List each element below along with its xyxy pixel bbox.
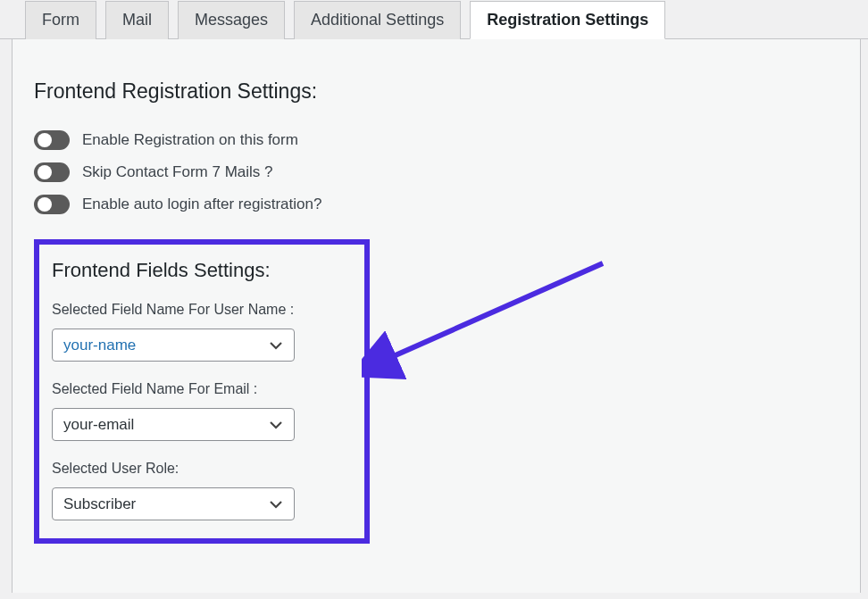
toggle-knob-icon (38, 133, 52, 147)
field-role-group: Selected User Role: Subscriber (52, 461, 352, 520)
toggle-skip-mails-row: Skip Contact Form 7 Mails ? (34, 162, 839, 182)
select-username-wrap: your-name (52, 329, 295, 362)
select-email-wrap: your-email (52, 408, 295, 441)
toggle-skip-mails[interactable] (34, 162, 70, 182)
tab-form[interactable]: Form (25, 1, 96, 39)
select-username[interactable]: your-name (52, 329, 295, 362)
tabs-bar: Form Mail Messages Additional Settings R… (0, 0, 868, 39)
field-email-group: Selected Field Name For Email : your-ema… (52, 381, 352, 441)
toggle-enable-registration-label: Enable Registration on this form (82, 131, 298, 149)
field-username-group: Selected Field Name For User Name : your… (52, 302, 352, 362)
registration-settings-title: Frontend Registration Settings: (34, 79, 839, 104)
fields-settings-title: Frontend Fields Settings: (52, 259, 352, 282)
select-role[interactable]: Subscriber (52, 487, 295, 520)
toggle-skip-mails-label: Skip Contact Form 7 Mails ? (82, 163, 273, 181)
toggle-knob-icon (38, 165, 52, 179)
toggle-auto-login-row: Enable auto login after registration? (34, 195, 839, 214)
content-panel: Frontend Registration Settings: Enable R… (12, 39, 861, 593)
toggle-enable-registration[interactable] (34, 130, 70, 150)
toggle-enable-registration-row: Enable Registration on this form (34, 130, 839, 150)
tab-additional-settings[interactable]: Additional Settings (294, 1, 461, 39)
field-email-label: Selected Field Name For Email : (52, 381, 352, 397)
tab-mail[interactable]: Mail (105, 1, 169, 39)
tab-messages[interactable]: Messages (178, 1, 285, 39)
toggle-knob-icon (38, 197, 52, 212)
tab-registration-settings[interactable]: Registration Settings (470, 1, 665, 39)
field-username-label: Selected Field Name For User Name : (52, 302, 352, 318)
select-role-wrap: Subscriber (52, 487, 295, 520)
toggle-auto-login-label: Enable auto login after registration? (82, 196, 321, 213)
field-role-label: Selected User Role: (52, 461, 352, 477)
select-email[interactable]: your-email (52, 408, 295, 441)
fields-settings-panel: Frontend Fields Settings: Selected Field… (34, 239, 370, 544)
toggle-auto-login[interactable] (34, 195, 70, 214)
